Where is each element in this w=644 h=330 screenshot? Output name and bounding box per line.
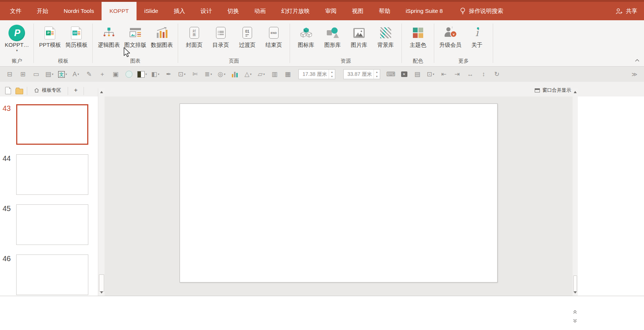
open-folder-button[interactable] [13, 86, 25, 95]
theme-colors-button[interactable]: 主题色 [405, 22, 431, 49]
replace-picture-icon[interactable]: ↻ [492, 70, 502, 79]
logic-diagram-button[interactable]: 逻辑图表 [96, 22, 122, 49]
align-vertical-icon[interactable]: ↕ [478, 70, 489, 79]
shape-width-field-value[interactable]: 17.38 厘米 [299, 70, 329, 79]
edit-shape-icon[interactable]: ⊡▾ [177, 70, 187, 79]
menu-tab-animations[interactable]: 动画 [247, 2, 273, 20]
scrollbar-thumb[interactable] [99, 274, 104, 292]
menu-tab-design[interactable]: 设计 [193, 2, 220, 20]
cover-page-button[interactable]: 封面 封面页 [181, 22, 208, 49]
menu-tab-home[interactable]: 开始 [29, 2, 56, 20]
toc-page-button[interactable]: 目录页 [208, 22, 234, 49]
copy-shape-icon[interactable]: ▥ [269, 70, 280, 79]
slide-editing-area[interactable] [180, 103, 498, 282]
move-right-icon[interactable]: ⇥ [452, 70, 462, 79]
scroll-up-button[interactable] [98, 89, 105, 95]
align-list-icon[interactable]: ≣▾ [203, 70, 213, 79]
ppt-template-button[interactable]: P PPT模板 [37, 22, 63, 49]
about-button[interactable]: i 关于 [464, 22, 490, 49]
data-chart-button[interactable]: 数据图表 [149, 22, 175, 49]
shape-height-field-increase[interactable]: ▲ [374, 70, 380, 74]
menu-tab-nordri-tools[interactable]: Nordri Tools [56, 2, 102, 20]
shape-library-button[interactable]: 图形库 [319, 22, 346, 49]
slide-thumbnail[interactable] [16, 154, 88, 195]
scroll-down-button[interactable] [98, 289, 105, 295]
align-point-icon[interactable]: + [97, 70, 107, 79]
selection-pane-icon[interactable]: ▭ [31, 70, 41, 79]
shape-width-field-increase[interactable]: ▲ [329, 70, 335, 74]
cv-template-button[interactable]: CV 简历模板 [63, 22, 90, 49]
slide-thumbnail-selected[interactable] [16, 104, 88, 145]
menu-tab-islide[interactable]: iSlide [137, 2, 166, 20]
insert-chart-icon[interactable] [230, 70, 240, 79]
shape-height-field-decrease[interactable]: ▼ [374, 74, 380, 79]
menu-tab-ispring-suite-8[interactable]: iSpring Suite 8 [398, 2, 450, 20]
shape-width-field[interactable]: 17.38 厘米▲▼ [298, 69, 335, 79]
new-file-button[interactable] [3, 86, 13, 95]
virtual-keyboard-icon[interactable]: ⌨ [386, 70, 396, 79]
menu-tab-slideshow[interactable]: 幻灯片放映 [273, 2, 318, 20]
collapse-ribbon-button[interactable] [635, 57, 640, 63]
koppt-account-button[interactable]: P KOPPT… ▾ [3, 22, 31, 52]
eyedropper-icon[interactable]: ✒ [163, 70, 174, 79]
end-page-button[interactable]: END 结束页 [261, 22, 287, 49]
upgrade-vip-icon: ↑v [443, 27, 457, 38]
font-color-icon[interactable]: A▾ [71, 70, 81, 79]
image-text-layout-button[interactable]: 图文排版 [122, 22, 149, 49]
new-tab-button[interactable]: + [70, 85, 82, 95]
scroll-down-button[interactable] [573, 289, 578, 295]
export-slides-icon[interactable]: ⊟ [4, 70, 15, 79]
distribute-horizontal-icon[interactable]: ↔ [465, 70, 475, 79]
paste-format-icon[interactable]: ▤ [412, 70, 422, 79]
more-commands-icon[interactable]: ≫ [629, 70, 640, 79]
icon-library-button[interactable]: 图标库 [293, 22, 319, 49]
menu-tab-file[interactable]: 文件 [2, 2, 29, 20]
share-button[interactable]: 共享 [615, 2, 637, 20]
format-painter-icon[interactable]: ✄ [190, 70, 200, 79]
menu-tab-help[interactable]: 帮助 [371, 2, 398, 20]
tell-me-search[interactable]: 操作说明搜索 [460, 2, 503, 20]
template-zone-tab[interactable]: 模板专区 [29, 85, 66, 95]
color-swatch-icon[interactable]: ▾ [137, 70, 147, 79]
canvas-scrollbar[interactable] [573, 88, 578, 296]
shape-height-field[interactable]: 33.87 厘米▲▼ [343, 69, 380, 79]
transition-page-button[interactable]: 01 过渡页 [234, 22, 261, 49]
menu-tab-view[interactable]: 视图 [344, 2, 371, 20]
delete-placeholder-icon[interactable]: ✕ [399, 70, 409, 79]
next-slide-button[interactable] [573, 317, 577, 324]
menu-tab-insert[interactable]: 插入 [166, 2, 193, 20]
window-merge-toggle[interactable]: 窗口合并显示 [535, 87, 571, 94]
cv-template-icon: CV [71, 27, 82, 39]
duplicate-shape-icon[interactable]: ▦ [283, 70, 293, 79]
fill-color-icon[interactable]: ◧▾ [150, 70, 160, 79]
hyperlink-icon[interactable]: ◎▾ [216, 70, 227, 79]
ribbon-group-resources: 图标库 图形库 [290, 20, 402, 66]
shape-outline-icon[interactable]: △▾ [243, 70, 253, 79]
menu-tab-koppt[interactable]: KOPPT [102, 2, 137, 20]
oval-tool-icon[interactable] [124, 70, 134, 79]
slide-thumbnail[interactable] [16, 204, 88, 245]
arrange-shapes-icon[interactable]: ⊞ [18, 70, 28, 79]
slide-thumbnail[interactable] [16, 254, 88, 295]
slide-thumbnail-panel: 43444546 [0, 96, 98, 296]
picture-library-button[interactable]: 图片库 [346, 22, 372, 49]
background-library-button[interactable]: 背景库 [372, 22, 399, 49]
ribbon-group-account: P KOPPT… ▾ 账户 [0, 20, 34, 66]
upgrade-vip-button[interactable]: ↑v 升级会员 [437, 22, 464, 49]
move-left-icon[interactable]: ⇤ [439, 70, 449, 79]
border-style-icon[interactable]: ⊡▾ [425, 70, 436, 79]
group-label-account: 账户 [12, 57, 22, 66]
skew-shape-icon[interactable]: ▱▾ [256, 70, 266, 79]
editing-canvas [105, 96, 573, 296]
menu-tab-review[interactable]: 审阅 [317, 2, 344, 20]
shape-width-field-decrease[interactable]: ▼ [329, 74, 335, 79]
scroll-up-button[interactable] [573, 89, 578, 95]
brush-icon[interactable]: ✎ [84, 70, 94, 79]
shape-height-field-value[interactable]: 33.87 厘米 [344, 70, 374, 79]
previous-slide-button[interactable] [573, 309, 577, 315]
font-box-icon[interactable]: 文▾ [57, 70, 68, 79]
screenshot-icon[interactable]: ▣ [110, 70, 121, 79]
text-style-icon[interactable]: ▤▾ [44, 70, 54, 79]
thumbnail-scrollbar[interactable] [98, 88, 105, 296]
menu-tab-transitions[interactable]: 切换 [220, 2, 247, 20]
